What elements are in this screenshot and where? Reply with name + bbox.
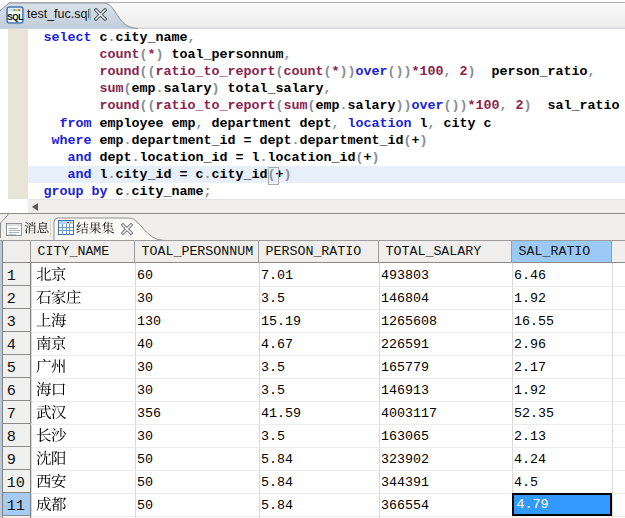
svg-text:SQL: SQL [7, 13, 23, 22]
